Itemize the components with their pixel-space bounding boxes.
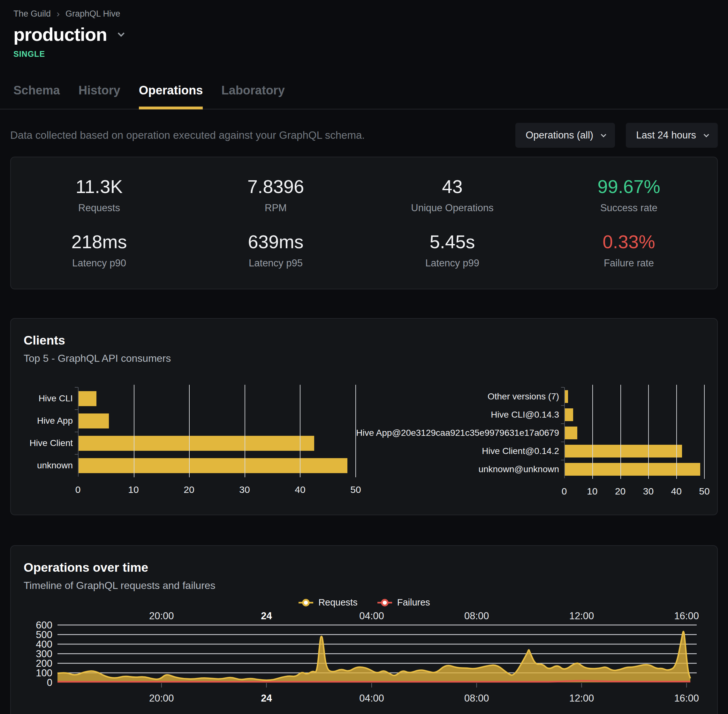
stat-success-rate: 99.67% Success rate: [541, 176, 717, 214]
bar[interactable]: [565, 408, 573, 421]
bar[interactable]: [565, 390, 568, 403]
requests-area: [57, 632, 690, 682]
axis-tick: [75, 410, 78, 410]
period-filter-dropdown[interactable]: Last 24 hours: [626, 123, 718, 148]
axis-tick: [75, 387, 78, 388]
bar[interactable]: [565, 463, 700, 476]
axis-tick: [561, 441, 564, 442]
breadcrumb: The Guild › GraphQL Hive: [0, 0, 728, 19]
operations-filter-dropdown[interactable]: Operations (all): [515, 123, 615, 148]
chevron-down-icon: [704, 132, 709, 137]
clients-subtitle: Top 5 - GraphQL API consumers: [24, 352, 704, 364]
bar-category-label: Hive App@20e3129caa921c35e9979631e17a067…: [362, 424, 559, 442]
tab-bar: Schema History Operations Laboratory: [0, 84, 728, 110]
bar[interactable]: [78, 414, 109, 429]
axis-tick: [561, 460, 564, 460]
gridline: [704, 385, 705, 479]
x-axis-tick-label: 08:00: [464, 610, 489, 621]
legend-item-failures[interactable]: Failures: [377, 597, 430, 608]
gridline: [300, 385, 301, 477]
axis-tick-label: 30: [239, 484, 250, 495]
bar[interactable]: [78, 436, 314, 451]
x-axis-tick-label: 24: [261, 693, 272, 704]
gridline: [620, 385, 621, 479]
operations-over-time-title: Operations over time: [24, 561, 704, 574]
bar[interactable]: [78, 458, 347, 473]
clients-title: Clients: [24, 333, 704, 347]
operations-toolbar: Data collected based on operation execut…: [10, 123, 718, 148]
axis-tick-label: 40: [295, 484, 305, 495]
axis-tick-label: 30: [643, 486, 654, 497]
axis-tick-label: 20: [184, 484, 194, 495]
bar-category-label: unknown: [24, 454, 73, 477]
gridline: [134, 385, 134, 477]
axis-tick: [561, 405, 564, 406]
bar-category-label: Hive App: [24, 410, 73, 432]
tab-history[interactable]: History: [78, 84, 120, 109]
axis-tick: [75, 432, 78, 432]
timeline-legend: Requests Failures: [24, 597, 704, 608]
operations-over-time-subtitle: Timeline of GraphQL requests and failure…: [24, 580, 704, 591]
bar-category-label: Other versions (7): [362, 387, 559, 405]
bar-category-label: Hive Client@0.14.2: [362, 442, 559, 460]
bar-category-label: Hive CLI: [24, 387, 73, 410]
bar-category-label: Hive CLI@0.14.3: [362, 405, 559, 424]
axis-tick-label: 0: [75, 484, 81, 495]
axis-tick-label: 50: [699, 486, 710, 497]
gridline: [189, 385, 190, 477]
y-axis-tick-label: 100: [36, 668, 53, 679]
breadcrumb-separator-icon: ›: [57, 8, 60, 19]
clients-by-version-chart: Other versions (7)Hive CLI@0.14.3Hive Ap…: [362, 387, 704, 497]
stat-latency-p90: 218ms Latency p90: [11, 231, 187, 269]
breadcrumb-project-link[interactable]: GraphQL Hive: [65, 9, 120, 19]
breadcrumb-org-link[interactable]: The Guild: [14, 9, 51, 19]
x-axis-tick-label: 24: [261, 610, 272, 621]
operations-over-time-card: Operations over time Timeline of GraphQL…: [10, 545, 718, 714]
gridline: [355, 385, 356, 477]
stats-summary-card: 11.3K Requests 7.8396 RPM 43 Unique Oper…: [10, 157, 718, 290]
gridline: [648, 385, 649, 479]
clients-by-name-chart: Hive CLIHive AppHive Clientunknown010203…: [24, 387, 356, 497]
x-axis-tick-label: 04:00: [359, 610, 384, 621]
bar[interactable]: [565, 426, 577, 439]
failures-marker-icon: [377, 598, 393, 607]
page-header: The Guild › GraphQL Hive production SING…: [0, 0, 728, 110]
x-axis-tick-label: 04:00: [359, 693, 384, 704]
y-axis-tick-label: 300: [36, 648, 53, 660]
y-axis-tick-label: 500: [36, 629, 53, 640]
collection-description: Data collected based on operation execut…: [10, 129, 365, 141]
axis-tick-label: 50: [350, 484, 361, 495]
y-axis-tick-label: 200: [36, 658, 53, 669]
stat-unique-operations: 43 Unique Operations: [364, 176, 541, 214]
requests-marker-icon: [298, 598, 314, 607]
y-axis-tick-label: 400: [36, 639, 53, 650]
period-filter-value: Last 24 hours: [636, 129, 696, 141]
x-axis-tick-label: 20:00: [149, 610, 174, 621]
x-axis-tick-label: 20:00: [149, 693, 174, 704]
clients-card: Clients Top 5 - GraphQL API consumers Hi…: [10, 318, 718, 515]
y-axis-tick-label: 600: [36, 620, 53, 631]
x-axis-tick-label: 16:00: [674, 693, 699, 704]
tab-laboratory[interactable]: Laboratory: [221, 84, 284, 109]
chevron-down-icon[interactable]: [118, 30, 125, 37]
axis-tick: [561, 423, 564, 424]
axis-tick-label: 10: [587, 486, 597, 497]
x-axis-tick-label: 08:00: [464, 693, 489, 704]
stat-latency-p95: 639ms Latency p95: [187, 231, 364, 269]
stat-requests: 11.3K Requests: [11, 176, 187, 214]
y-axis-tick-label: 0: [47, 677, 53, 688]
stat-failure-rate: 0.33% Failure rate: [541, 231, 717, 269]
x-axis-tick-label: 16:00: [674, 610, 699, 621]
legend-item-requests[interactable]: Requests: [298, 597, 358, 608]
tab-operations[interactable]: Operations: [139, 84, 203, 109]
tab-schema[interactable]: Schema: [14, 84, 60, 109]
axis-tick: [561, 387, 564, 388]
stat-latency-p99: 5.45s Latency p99: [364, 231, 541, 269]
axis-tick-label: 40: [671, 486, 682, 497]
gridline: [676, 385, 677, 479]
bar[interactable]: [565, 445, 682, 458]
axis-tick-label: 0: [562, 486, 567, 497]
bar[interactable]: [78, 391, 96, 406]
x-axis-tick-label: 12:00: [569, 693, 594, 704]
operations-timeline-chart: 010020030040050060020:0020:00242404:0004…: [24, 610, 704, 710]
